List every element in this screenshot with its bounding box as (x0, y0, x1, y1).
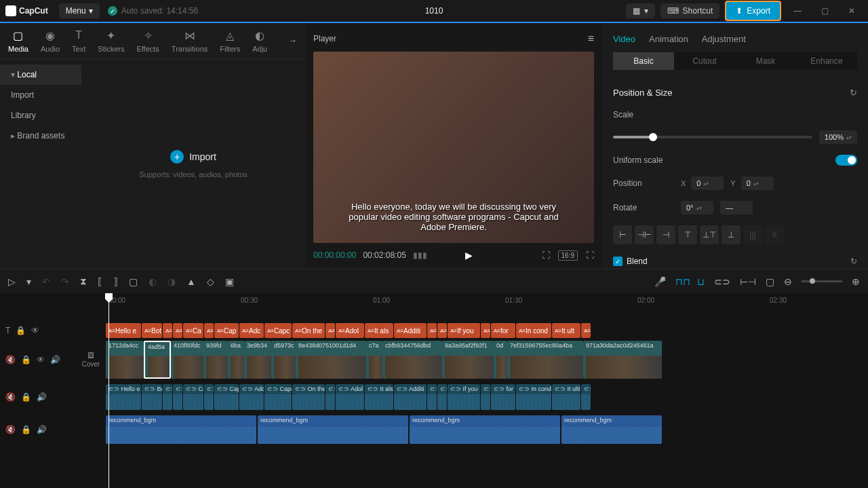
blend-reset-icon[interactable]: ↻ (850, 257, 857, 266)
text-clip[interactable]: A≡ S (427, 323, 437, 338)
redo-button[interactable]: ↷ (61, 276, 69, 287)
audio-clip[interactable]: ⊂⊃ Bot (142, 384, 162, 410)
lock-icon[interactable]: 🔒 (21, 392, 31, 402)
text-clip[interactable]: A≡ Additi (394, 323, 427, 338)
select-dropdown[interactable]: ▾ (26, 276, 31, 287)
align-right-button[interactable]: ⊣ (656, 225, 675, 244)
video-clip[interactable]: 8e438d0751001d1d4 (296, 341, 366, 379)
text-clip[interactable]: A≡ Adol (336, 323, 364, 338)
nav-tab-transitions[interactable]: ⋈Transitions (172, 29, 208, 53)
preview-axis-button[interactable]: ⊢⊣ (740, 276, 756, 287)
audio-clip[interactable]: ⊂⊃ (581, 384, 591, 410)
nav-tab-audio[interactable]: ◉Audio (41, 29, 60, 53)
text-clip[interactable]: A≡ (581, 323, 591, 338)
speaker-icon[interactable]: 🔊 (50, 355, 60, 364)
aspect-ratio-badge[interactable]: 16:9 (558, 250, 578, 261)
sub-tab-cutout[interactable]: Cutout (674, 52, 735, 70)
zoom-slider[interactable] (802, 280, 842, 282)
audio-clip[interactable]: ⊂⊃ It ulti (552, 384, 580, 410)
quality-icon[interactable]: ▮▮▮ (413, 250, 427, 260)
nav-tab-adjustment[interactable]: ◐Adju (252, 29, 267, 53)
magnet-on-button[interactable]: ⊓⊓ (675, 276, 690, 287)
speaker-icon[interactable]: 🔊 (37, 392, 47, 402)
select-tool[interactable]: ▷ (8, 276, 16, 287)
minimize-button[interactable]: — (787, 3, 808, 19)
inspector-tab-adjustment[interactable]: Adjustment (702, 34, 746, 44)
import-button[interactable]: + Import (170, 150, 216, 164)
uniform-scale-toggle[interactable] (835, 155, 857, 166)
timeline-ruler[interactable]: 00:0000:3001:0001:3002:0002:30 (0, 293, 868, 307)
text-clip[interactable]: A≡ Bot (142, 323, 162, 338)
text-clip[interactable]: A≡ for (491, 323, 515, 338)
video-clip[interactable]: 9a3a95af2f92f1 (442, 341, 494, 379)
export-button[interactable]: ⬆ Export (725, 1, 781, 21)
eye-icon[interactable]: 👁 (31, 326, 39, 335)
video-clip[interactable]: d5973c (271, 341, 296, 379)
text-clip[interactable]: A≡ It als (365, 323, 393, 338)
distribute-h-button[interactable]: ||| (743, 225, 762, 244)
text-clip[interactable]: A≡ (437, 323, 447, 338)
link-button[interactable]: ⊂⊃ (714, 276, 730, 287)
position-y-input[interactable]: 0▴▾ (741, 176, 774, 190)
audio-clip[interactable]: ⊂⊃ (204, 384, 214, 410)
zoom-fit-button[interactable]: ⊕ (852, 276, 860, 287)
text-clip[interactable]: A≡ (163, 323, 172, 338)
nav-more-button[interactable]: → (289, 36, 297, 45)
video-clip[interactable]: 0d (494, 341, 507, 379)
audio-clip[interactable]: ⊂⊃ It als (365, 384, 393, 410)
nav-tab-filters[interactable]: ◬Filters (220, 29, 240, 53)
menu-button[interactable]: Menu ▾ (59, 3, 100, 18)
video-clip[interactable]: 3e9b34 (244, 341, 271, 379)
video-clip[interactable]: 410f80fdc (171, 341, 203, 379)
audio-clip[interactable]: ⊂⊃ Additi (394, 384, 427, 410)
reset-icon[interactable]: ↻ (850, 88, 857, 98)
preview-viewport[interactable]: Hello everyone, today we will be discuss… (313, 52, 594, 243)
player-menu-icon[interactable]: ≡ (588, 33, 594, 45)
mute-icon[interactable]: 🔇 (5, 425, 16, 434)
sidebar-item-local[interactable]: Local (0, 64, 81, 85)
video-clip[interactable]: 6ba (228, 341, 244, 379)
video-clip[interactable]: 7ef31596755ec80a4ba (507, 341, 583, 379)
audio-clip[interactable]: ⊂⊃ Ca (183, 384, 203, 410)
speaker-icon[interactable]: 🔊 (37, 425, 47, 434)
text-clip[interactable]: A≡ Capc (264, 323, 292, 338)
audio-clip[interactable]: ⊂⊃ Capc (264, 384, 292, 410)
audio-clip[interactable]: ⊂⊃ On the (292, 384, 325, 410)
text-clip[interactable]: A≡ (326, 323, 335, 338)
sidebar-item-brand-assets[interactable]: Brand assets (0, 126, 81, 146)
audio-clip[interactable]: ⊂⊃ Adc (239, 384, 264, 410)
sidebar-item-import[interactable]: Import (0, 85, 81, 105)
scale-slider[interactable] (613, 136, 812, 138)
audio-clip[interactable]: ⊂⊃ In cond (516, 384, 551, 410)
text-clip[interactable]: A≡ C (481, 323, 490, 338)
import-dropzone[interactable]: + Import Supports: videos, audios, photo… (81, 59, 305, 269)
split-button[interactable]: ⧗ (80, 276, 87, 287)
text-clip[interactable]: A≡ If you (448, 323, 480, 338)
video-clip[interactable]: 4ad5a (144, 341, 171, 379)
split-right-button[interactable]: ⟧ (113, 276, 118, 287)
text-clip[interactable]: A≡ Ca (183, 323, 203, 338)
video-clip[interactable]: 971a30da2ac0d245461a (583, 341, 662, 379)
audio-clip[interactable]: ⊂⊃ C (481, 384, 490, 410)
sub-tab-basic[interactable]: Basic (613, 52, 674, 70)
bgm-clip[interactable]: recommend_bgm (410, 415, 560, 444)
video-clip[interactable]: cbfb9344756dbd (382, 341, 442, 379)
mute-icon[interactable]: 🔇 (5, 355, 16, 364)
scale-value[interactable]: 100% ▴▾ (819, 130, 857, 144)
stepper-icon[interactable]: ▴▾ (846, 134, 852, 140)
text-clip[interactable]: A≡ It ult (552, 323, 580, 338)
text-clip[interactable]: A≡ (173, 323, 182, 338)
lock-icon[interactable]: 🔒 (21, 355, 31, 364)
align-center-h-button[interactable]: ⊣⊢ (635, 225, 654, 244)
audio-clip[interactable]: ⊂⊃ (437, 384, 447, 410)
align-left-button[interactable]: ⊢ (613, 225, 632, 244)
nav-tab-media[interactable]: ▢Media (8, 29, 28, 53)
rotate-input[interactable]: 0°▴▾ (681, 201, 713, 214)
inspector-tab-video[interactable]: Video (613, 34, 635, 44)
text-clip[interactable]: A≡ On the (292, 323, 325, 338)
sub-tab-enhance[interactable]: Enhance (796, 52, 857, 70)
audio-clip[interactable]: ⊂⊃ S (427, 384, 437, 410)
rotate-button[interactable]: ◇ (207, 276, 214, 287)
play-button[interactable]: ▶ (465, 250, 473, 261)
bgm-clip[interactable]: recommend_bgm (106, 415, 256, 444)
